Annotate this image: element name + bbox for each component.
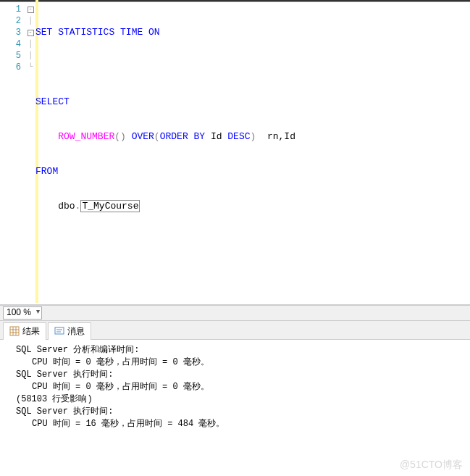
line-number: 5 (0, 50, 21, 62)
zoom-dropdown[interactable]: 100 % (3, 306, 42, 320)
line-number: 1 (0, 4, 21, 15)
code-line: FROM (35, 166, 470, 178)
tab-label: 消息 (67, 325, 85, 338)
fold-line: │ (25, 15, 35, 27)
tab-results[interactable]: 结果 (3, 322, 46, 340)
code-line: SET STATISTICS TIME ON (35, 27, 470, 38)
code-line: ROW_NUMBER() OVER(ORDER BY Id DESC) rn,I… (35, 131, 470, 143)
output-line: CPU 时间 = 0 毫秒，占用时间 = 0 毫秒。 (16, 356, 464, 369)
code-content[interactable]: SET STATISTICS TIME ON SELECT ROW_NUMBER… (35, 2, 470, 304)
output-line: CPU 时间 = 16 毫秒，占用时间 = 484 毫秒。 (16, 418, 464, 430)
output-line: SQL Server 执行时间: (16, 369, 464, 381)
code-line: dbo.T_MyCourse (35, 201, 470, 212)
code-editor[interactable]: 1 2 3 4 5 6 - │ - │ │ └ SET STATISTICS T… (0, 2, 470, 305)
output-line: SQL Server 执行时间: (16, 406, 464, 418)
results-tabs: 结果 消息 (0, 321, 470, 340)
fold-toggle-icon[interactable]: - (28, 30, 34, 36)
fold-line: │ (25, 38, 35, 50)
fold-toggle-icon[interactable]: - (28, 7, 34, 13)
code-line (35, 62, 470, 73)
line-number: 6 (0, 62, 21, 73)
line-number-gutter: 1 2 3 4 5 6 (0, 2, 25, 304)
zoom-bar: 100 % (0, 305, 470, 321)
fold-line: └ (25, 62, 35, 73)
svg-rect-0 (10, 327, 19, 335)
messages-output[interactable]: SQL Server 分析和编译时间: CPU 时间 = 0 毫秒，占用时间 =… (0, 340, 470, 476)
fold-line: │ (25, 50, 35, 62)
line-number: 4 (0, 38, 21, 50)
line-number: 3 (0, 27, 21, 38)
output-line: SQL Server 分析和编译时间: (16, 344, 464, 356)
grid-icon (9, 326, 20, 336)
fold-gutter: - │ - │ │ └ (25, 2, 35, 304)
tab-messages[interactable]: 消息 (48, 322, 91, 340)
svg-rect-5 (55, 327, 64, 334)
output-line: (58103 行受影响) (16, 393, 464, 406)
code-line: SELECT (35, 96, 470, 108)
tab-label: 结果 (22, 325, 40, 338)
message-icon (54, 326, 64, 336)
watermark: @51CTO博客 (400, 459, 463, 472)
output-line: CPU 时间 = 0 毫秒，占用时间 = 0 毫秒。 (16, 381, 464, 393)
line-number: 2 (0, 15, 21, 27)
